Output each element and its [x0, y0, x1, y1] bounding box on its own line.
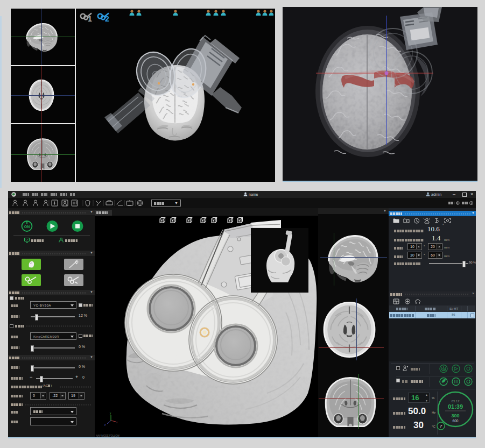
- svg-text:y: y: [110, 412, 111, 415]
- svg-text:ON: ON: [442, 368, 446, 371]
- svg-text:z: z: [104, 424, 106, 426]
- svg-text:NAV MODE FOLLOW: NAV MODE FOLLOW: [96, 435, 120, 437]
- svg-text:ON: ON: [24, 225, 30, 229]
- svg-text:1: 1: [88, 15, 92, 23]
- svg-text:600: 600: [453, 419, 459, 423]
- svg-text:2: 2: [105, 15, 109, 23]
- svg-text:03:12: 03:12: [451, 400, 460, 403]
- svg-text:7: 7: [440, 424, 442, 429]
- svg-text:300: 300: [451, 413, 459, 418]
- svg-text:01:39: 01:39: [448, 403, 463, 410]
- svg-text:x: x: [116, 421, 118, 424]
